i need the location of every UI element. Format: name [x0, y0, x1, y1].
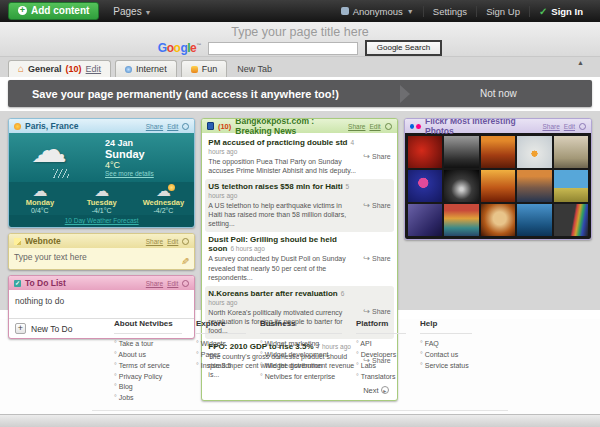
photo-thumbnail[interactable]	[517, 170, 551, 202]
tab-fun[interactable]: Fun	[181, 60, 228, 77]
footer-column-platform: Platform API Developers Labs Translators	[356, 319, 420, 404]
photo-thumbnail[interactable]	[408, 136, 442, 168]
photo-thumbnail[interactable]	[517, 136, 551, 168]
photo-thumbnail[interactable]	[554, 136, 588, 168]
widget-options-icon[interactable]	[579, 123, 586, 130]
widget-options-icon[interactable]	[182, 238, 189, 245]
weather-details-link[interactable]: See more details	[105, 170, 154, 177]
footer-link[interactable]: Jobs	[114, 393, 182, 404]
footer-link[interactable]: Terms of service	[114, 361, 182, 372]
footer-link[interactable]: Translators	[356, 372, 406, 383]
page-title-placeholder[interactable]: Type your page title here	[0, 22, 600, 39]
widget-edit-link[interactable]: Edit	[167, 123, 178, 130]
footer-link[interactable]: FAQ	[420, 339, 472, 350]
share-icon: ↪	[363, 254, 370, 263]
photo-thumbnail[interactable]	[408, 170, 442, 202]
footer-column-about: About Netvibes Take a tour About us Term…	[114, 319, 196, 404]
settings-link[interactable]: Settings	[423, 6, 476, 17]
photo-thumbnail[interactable]	[517, 204, 551, 236]
widget-edit-link[interactable]: Edit	[167, 280, 178, 287]
widget-share-link[interactable]: Share	[146, 280, 163, 287]
widget-share-link[interactable]: Share	[146, 238, 163, 245]
widget-area: Paris, France Share Edit ☁ 24 Jan Sunday…	[0, 111, 600, 310]
footer-link[interactable]: Widget marketing	[260, 339, 342, 350]
tab-internet[interactable]: Internet	[115, 60, 177, 77]
footer-link[interactable]: Service status	[420, 361, 472, 372]
share-icon: ↪	[363, 307, 370, 316]
photo-thumbnail[interactable]	[444, 136, 478, 168]
footer-link[interactable]: API	[356, 339, 406, 350]
widget-edit-link[interactable]: Edit	[369, 123, 380, 130]
footer-link[interactable]: Blog	[114, 382, 182, 393]
add-content-button[interactable]: + Add content	[8, 2, 99, 20]
news-feed-title[interactable]: Bangkokpost.com : Breaking News	[235, 118, 344, 136]
footer-link[interactable]: Contact us	[420, 350, 472, 361]
footer-link[interactable]: Widgets	[196, 339, 246, 350]
pencil-icon: ✎	[181, 256, 189, 267]
widget-edit-link[interactable]: Edit	[167, 238, 178, 245]
anonymous-menu[interactable]: Anonymous ▼	[332, 6, 423, 17]
widget-options-icon[interactable]	[385, 123, 392, 130]
weather-day: Sunday	[105, 148, 154, 160]
pages-menu[interactable]: Pages ▼	[113, 6, 151, 17]
share-link[interactable]: ↪Share	[358, 138, 391, 175]
flickr-widget: Flickr Most Interesting Photos Share Edi…	[404, 118, 592, 240]
sign-in-link[interactable]: ✓ Sign In	[529, 6, 592, 17]
photo-thumbnail[interactable]	[408, 204, 442, 236]
news-item: PM accused of practicing double std4 hou…	[205, 135, 393, 179]
google-search-button[interactable]: Google Search	[365, 40, 442, 56]
not-now-link[interactable]: Not now	[480, 88, 517, 99]
flickr-icon	[410, 124, 415, 129]
photo-thumbnail[interactable]	[481, 204, 515, 236]
footer-link[interactable]: Netvibes for enterprise	[260, 372, 342, 383]
check-icon: ✓	[539, 6, 547, 17]
footer-link[interactable]: Pages	[196, 350, 246, 361]
footer-link[interactable]: About us	[114, 350, 182, 361]
unread-count: (10)	[218, 122, 231, 131]
webnote-title: Webnote	[25, 236, 61, 246]
footer-link[interactable]: Developers	[356, 350, 406, 361]
new-tab-button[interactable]: New Tab	[231, 61, 278, 77]
sun-icon	[14, 123, 21, 130]
footer-link[interactable]: Widget development	[260, 350, 342, 361]
rain-icon	[53, 169, 69, 178]
ten-day-forecast-link[interactable]: 10 Day Weather Forecast	[65, 217, 139, 224]
photo-thumbnail[interactable]	[554, 204, 588, 236]
webnote-text-area[interactable]: Type your text here ✎	[9, 248, 194, 269]
tab-general[interactable]: ⌂ General (10) Edit	[8, 60, 111, 77]
tab-edit-link[interactable]: Edit	[86, 64, 102, 74]
collapse-header-icon[interactable]: ▲	[577, 59, 584, 66]
tab-bar: ⌂ General (10) Edit Internet Fun New Tab…	[0, 57, 600, 77]
timestamp: 6 hours ago	[230, 245, 264, 252]
rain-cloud-icon: ☁	[31, 129, 67, 171]
footer-link[interactable]: Labs	[356, 361, 406, 372]
unread-count: (10)	[66, 64, 82, 74]
footer-link[interactable]: Inspiration	[196, 361, 246, 372]
footer-link[interactable]: Privacy Policy	[114, 372, 182, 383]
google-search-input[interactable]	[208, 42, 358, 55]
footer-column-help: Help FAQ Contact us Service status	[420, 319, 486, 404]
sign-up-link[interactable]: Sign Up	[476, 6, 529, 17]
widget-share-link[interactable]: Share	[146, 123, 163, 130]
photo-thumbnail[interactable]	[444, 204, 478, 236]
widget-share-link[interactable]: Share	[542, 123, 559, 130]
widget-options-icon[interactable]	[182, 280, 189, 287]
news-item: Dusit Poll: Grilling should be held soon…	[205, 232, 393, 285]
widget-options-icon[interactable]	[182, 123, 189, 130]
share-link[interactable]: ↪Share	[358, 235, 391, 281]
footer-link[interactable]: Take a tour	[114, 339, 182, 350]
fun-icon	[191, 66, 198, 73]
weather-widget: Paris, France Share Edit ☁ 24 Jan Sunday…	[8, 118, 195, 228]
photo-thumbnail[interactable]	[554, 170, 588, 202]
widget-share-link[interactable]: Share	[348, 123, 365, 130]
photo-thumbnail[interactable]	[444, 170, 478, 202]
cloud-icon: ☁	[9, 184, 71, 198]
photo-thumbnail[interactable]	[481, 136, 515, 168]
google-logo: Google™	[158, 41, 201, 55]
feed-favicon	[207, 122, 214, 130]
photo-thumbnail[interactable]	[481, 170, 515, 202]
widget-edit-link[interactable]: Edit	[564, 123, 575, 130]
share-link[interactable]: ↪Share	[358, 182, 391, 228]
footer-link[interactable]: Widget distribution	[260, 361, 342, 372]
footer-column-business: Business Widget marketing Widget develop…	[260, 319, 356, 404]
